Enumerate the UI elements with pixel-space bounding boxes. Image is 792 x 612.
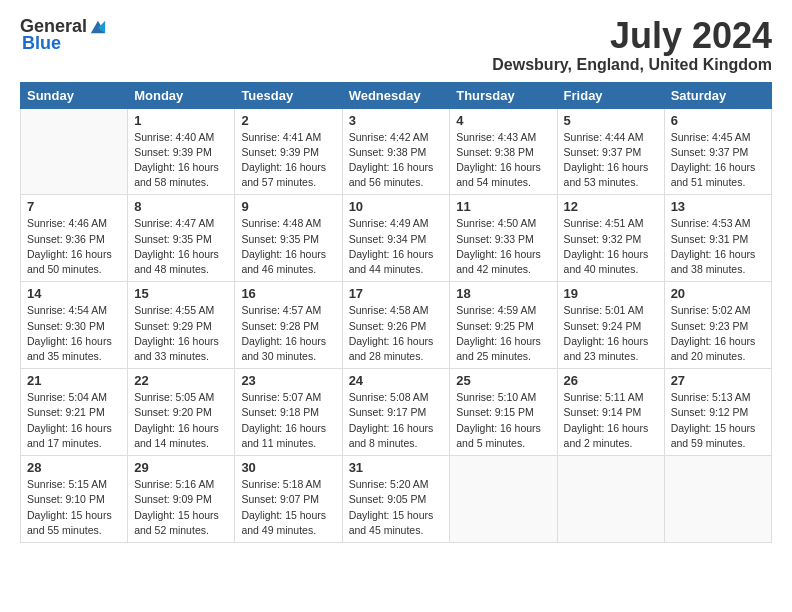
calendar-cell: 7Sunrise: 4:46 AMSunset: 9:36 PMDaylight…	[21, 195, 128, 282]
day-detail: Sunrise: 4:48 AMSunset: 9:35 PMDaylight:…	[241, 216, 335, 277]
day-number: 25	[456, 373, 550, 388]
day-detail: Sunrise: 4:47 AMSunset: 9:35 PMDaylight:…	[134, 216, 228, 277]
day-number: 15	[134, 286, 228, 301]
header-row: SundayMondayTuesdayWednesdayThursdayFrid…	[21, 82, 772, 108]
day-number: 28	[27, 460, 121, 475]
header-wednesday: Wednesday	[342, 82, 450, 108]
week-row-1: 1Sunrise: 4:40 AMSunset: 9:39 PMDaylight…	[21, 108, 772, 195]
calendar-cell: 27Sunrise: 5:13 AMSunset: 9:12 PMDayligh…	[664, 369, 771, 456]
day-number: 8	[134, 199, 228, 214]
day-detail: Sunrise: 4:41 AMSunset: 9:39 PMDaylight:…	[241, 130, 335, 191]
calendar-cell: 1Sunrise: 4:40 AMSunset: 9:39 PMDaylight…	[128, 108, 235, 195]
day-detail: Sunrise: 4:40 AMSunset: 9:39 PMDaylight:…	[134, 130, 228, 191]
day-number: 1	[134, 113, 228, 128]
day-detail: Sunrise: 4:42 AMSunset: 9:38 PMDaylight:…	[349, 130, 444, 191]
calendar-cell: 8Sunrise: 4:47 AMSunset: 9:35 PMDaylight…	[128, 195, 235, 282]
calendar-cell: 26Sunrise: 5:11 AMSunset: 9:14 PMDayligh…	[557, 369, 664, 456]
day-detail: Sunrise: 5:05 AMSunset: 9:20 PMDaylight:…	[134, 390, 228, 451]
calendar-cell: 20Sunrise: 5:02 AMSunset: 9:23 PMDayligh…	[664, 282, 771, 369]
day-number: 24	[349, 373, 444, 388]
day-number: 10	[349, 199, 444, 214]
day-detail: Sunrise: 5:08 AMSunset: 9:17 PMDaylight:…	[349, 390, 444, 451]
calendar-cell: 2Sunrise: 4:41 AMSunset: 9:39 PMDaylight…	[235, 108, 342, 195]
day-detail: Sunrise: 5:07 AMSunset: 9:18 PMDaylight:…	[241, 390, 335, 451]
calendar-cell: 16Sunrise: 4:57 AMSunset: 9:28 PMDayligh…	[235, 282, 342, 369]
day-detail: Sunrise: 4:58 AMSunset: 9:26 PMDaylight:…	[349, 303, 444, 364]
calendar-cell	[557, 456, 664, 543]
calendar-cell: 24Sunrise: 5:08 AMSunset: 9:17 PMDayligh…	[342, 369, 450, 456]
header-tuesday: Tuesday	[235, 82, 342, 108]
day-number: 6	[671, 113, 765, 128]
day-detail: Sunrise: 5:01 AMSunset: 9:24 PMDaylight:…	[564, 303, 658, 364]
calendar-cell: 17Sunrise: 4:58 AMSunset: 9:26 PMDayligh…	[342, 282, 450, 369]
day-number: 30	[241, 460, 335, 475]
day-detail: Sunrise: 4:54 AMSunset: 9:30 PMDaylight:…	[27, 303, 121, 364]
calendar-cell: 14Sunrise: 4:54 AMSunset: 9:30 PMDayligh…	[21, 282, 128, 369]
day-detail: Sunrise: 5:11 AMSunset: 9:14 PMDaylight:…	[564, 390, 658, 451]
calendar-table: SundayMondayTuesdayWednesdayThursdayFrid…	[20, 82, 772, 543]
day-detail: Sunrise: 5:02 AMSunset: 9:23 PMDaylight:…	[671, 303, 765, 364]
calendar-cell: 15Sunrise: 4:55 AMSunset: 9:29 PMDayligh…	[128, 282, 235, 369]
calendar-cell	[664, 456, 771, 543]
day-number: 9	[241, 199, 335, 214]
title-area: July 2024 Dewsbury, England, United King…	[492, 16, 772, 74]
day-number: 13	[671, 199, 765, 214]
day-number: 4	[456, 113, 550, 128]
header-friday: Friday	[557, 82, 664, 108]
calendar-cell	[450, 456, 557, 543]
header-saturday: Saturday	[664, 82, 771, 108]
day-number: 3	[349, 113, 444, 128]
location-title: Dewsbury, England, United Kingdom	[492, 56, 772, 74]
day-detail: Sunrise: 4:44 AMSunset: 9:37 PMDaylight:…	[564, 130, 658, 191]
day-detail: Sunrise: 5:15 AMSunset: 9:10 PMDaylight:…	[27, 477, 121, 538]
day-detail: Sunrise: 4:50 AMSunset: 9:33 PMDaylight:…	[456, 216, 550, 277]
day-detail: Sunrise: 4:49 AMSunset: 9:34 PMDaylight:…	[349, 216, 444, 277]
day-detail: Sunrise: 5:10 AMSunset: 9:15 PMDaylight:…	[456, 390, 550, 451]
day-detail: Sunrise: 4:57 AMSunset: 9:28 PMDaylight:…	[241, 303, 335, 364]
day-number: 29	[134, 460, 228, 475]
day-number: 2	[241, 113, 335, 128]
page-header: General Blue July 2024 Dewsbury, England…	[20, 16, 772, 74]
header-monday: Monday	[128, 82, 235, 108]
day-number: 27	[671, 373, 765, 388]
calendar-cell: 6Sunrise: 4:45 AMSunset: 9:37 PMDaylight…	[664, 108, 771, 195]
day-number: 11	[456, 199, 550, 214]
calendar-cell: 13Sunrise: 4:53 AMSunset: 9:31 PMDayligh…	[664, 195, 771, 282]
calendar-cell: 5Sunrise: 4:44 AMSunset: 9:37 PMDaylight…	[557, 108, 664, 195]
calendar-cell: 22Sunrise: 5:05 AMSunset: 9:20 PMDayligh…	[128, 369, 235, 456]
calendar-cell: 31Sunrise: 5:20 AMSunset: 9:05 PMDayligh…	[342, 456, 450, 543]
calendar-cell: 18Sunrise: 4:59 AMSunset: 9:25 PMDayligh…	[450, 282, 557, 369]
week-row-2: 7Sunrise: 4:46 AMSunset: 9:36 PMDaylight…	[21, 195, 772, 282]
calendar-cell: 11Sunrise: 4:50 AMSunset: 9:33 PMDayligh…	[450, 195, 557, 282]
day-detail: Sunrise: 5:16 AMSunset: 9:09 PMDaylight:…	[134, 477, 228, 538]
day-detail: Sunrise: 4:55 AMSunset: 9:29 PMDaylight:…	[134, 303, 228, 364]
header-thursday: Thursday	[450, 82, 557, 108]
calendar-cell: 9Sunrise: 4:48 AMSunset: 9:35 PMDaylight…	[235, 195, 342, 282]
day-detail: Sunrise: 4:46 AMSunset: 9:36 PMDaylight:…	[27, 216, 121, 277]
calendar-cell: 10Sunrise: 4:49 AMSunset: 9:34 PMDayligh…	[342, 195, 450, 282]
day-detail: Sunrise: 5:18 AMSunset: 9:07 PMDaylight:…	[241, 477, 335, 538]
day-detail: Sunrise: 4:43 AMSunset: 9:38 PMDaylight:…	[456, 130, 550, 191]
day-number: 5	[564, 113, 658, 128]
calendar-cell: 23Sunrise: 5:07 AMSunset: 9:18 PMDayligh…	[235, 369, 342, 456]
day-detail: Sunrise: 5:20 AMSunset: 9:05 PMDaylight:…	[349, 477, 444, 538]
logo-blue-text: Blue	[22, 33, 61, 54]
calendar-cell: 3Sunrise: 4:42 AMSunset: 9:38 PMDaylight…	[342, 108, 450, 195]
day-number: 22	[134, 373, 228, 388]
week-row-4: 21Sunrise: 5:04 AMSunset: 9:21 PMDayligh…	[21, 369, 772, 456]
logo-icon	[89, 18, 107, 36]
logo: General Blue	[20, 16, 107, 54]
day-detail: Sunrise: 5:13 AMSunset: 9:12 PMDaylight:…	[671, 390, 765, 451]
day-number: 14	[27, 286, 121, 301]
calendar-cell	[21, 108, 128, 195]
calendar-cell: 21Sunrise: 5:04 AMSunset: 9:21 PMDayligh…	[21, 369, 128, 456]
day-number: 16	[241, 286, 335, 301]
day-number: 31	[349, 460, 444, 475]
day-number: 21	[27, 373, 121, 388]
calendar-cell: 12Sunrise: 4:51 AMSunset: 9:32 PMDayligh…	[557, 195, 664, 282]
day-detail: Sunrise: 4:51 AMSunset: 9:32 PMDaylight:…	[564, 216, 658, 277]
day-number: 23	[241, 373, 335, 388]
week-row-5: 28Sunrise: 5:15 AMSunset: 9:10 PMDayligh…	[21, 456, 772, 543]
day-detail: Sunrise: 4:45 AMSunset: 9:37 PMDaylight:…	[671, 130, 765, 191]
day-detail: Sunrise: 4:53 AMSunset: 9:31 PMDaylight:…	[671, 216, 765, 277]
